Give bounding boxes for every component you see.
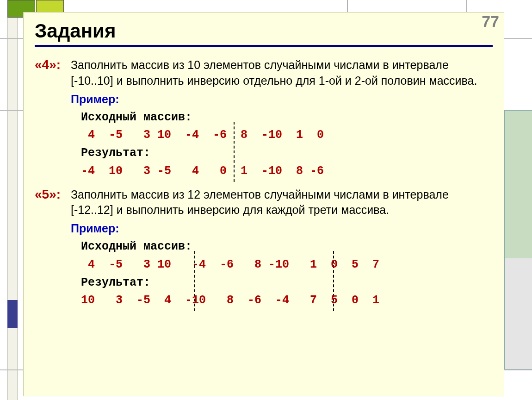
decorative-left-bar-blue [7, 300, 18, 328]
result-array-label: Результат: [81, 144, 493, 162]
task-5: «5»: Заполнить массив из 12 элементов сл… [35, 187, 493, 310]
source-array-values: 4 -5 3 10 -4 -6 8 -10 1 0 [81, 126, 493, 144]
example-label: Пример: [71, 93, 493, 106]
source-array-label: Исходный массив: [81, 109, 493, 127]
decorative-right-column [504, 110, 532, 369]
page-number: 77 [482, 12, 499, 31]
source-array-label: Исходный массив: [81, 238, 493, 256]
example-block: Исходный массив: 4 -5 3 10 -4 -6 8 -10 1… [81, 238, 493, 310]
title-underline [35, 45, 493, 47]
slide-content: 77 Задания «4»: Заполнить массив из 10 э… [23, 12, 504, 396]
task-label: «4»: [35, 57, 71, 72]
result-array-values: -4 10 3 -5 4 0 1 -10 8 -6 [81, 162, 493, 181]
slide-title: Задания [35, 20, 493, 42]
task-4: «4»: Заполнить массив из 10 элементов сл… [35, 57, 493, 181]
result-array-values: 10 3 -5 4 -10 8 -6 -4 7 5 0 1 [81, 292, 493, 310]
example-label: Пример: [71, 222, 493, 235]
source-array-values: 4 -5 3 10 -4 -6 8 -10 1 0 5 7 [81, 256, 493, 274]
task-label: «5»: [35, 187, 71, 202]
task-text: Заполнить массив из 12 элементов случайн… [71, 187, 493, 219]
decorative-left-bar-bottom [7, 328, 18, 400]
decorative-left-bar-top [7, 18, 18, 300]
example-block: Исходный массив: 4 -5 3 10 -4 -6 8 -10 1… [81, 109, 493, 181]
task-text: Заполнить массив из 10 элементов случайн… [71, 57, 493, 89]
result-array-label: Результат: [81, 274, 493, 292]
